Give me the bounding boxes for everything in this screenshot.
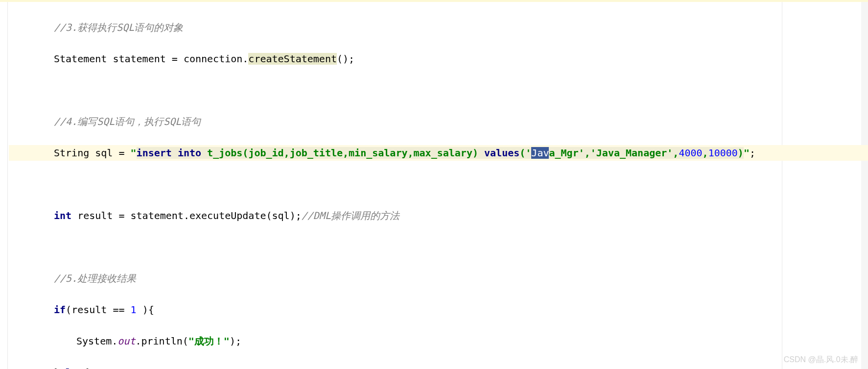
selected-text: Jav [531, 147, 549, 159]
code-string: " [131, 147, 137, 159]
code-string: " [744, 147, 750, 159]
code-comment: //5.处理接收结果 [54, 272, 136, 284]
code-string: Java_Manager [596, 147, 667, 159]
code-text: (result == [66, 304, 130, 316]
code-comment: //4.编写SQL语句，执行SQL语句 [54, 116, 201, 127]
code-field: out [117, 335, 135, 347]
code-keyword: int [54, 210, 71, 221]
code-string: ',' [579, 147, 596, 159]
code-string: (' [519, 147, 531, 159]
code-string: ', [667, 147, 679, 159]
code-text: System. [76, 335, 117, 347]
code-text: ; [750, 147, 755, 159]
code-comment: //DML操作调用的方法 [302, 210, 399, 221]
code-text: ){ [137, 304, 154, 316]
code-number: 4000 [679, 147, 702, 159]
code-comment: //3.获得执行SQL语句的对象 [54, 22, 183, 33]
code-string: t_jobs(job_id,job_title,min_salary,max_s… [201, 147, 484, 159]
code-keyword: insert into [137, 147, 201, 159]
code-method-call: createStatement [248, 53, 337, 65]
code-text: Statement statement = connection. [54, 53, 248, 65]
code-editor[interactable]: //3.获得执行SQL语句的对象 Statement statement = c… [0, 2, 868, 369]
code-number: 10000 [708, 147, 738, 159]
code-string: a_Mgr [549, 147, 578, 159]
code-text: String sql = [54, 147, 131, 159]
code-text: (); [337, 53, 354, 65]
code-string: ) [738, 147, 744, 159]
code-text: ); [230, 335, 241, 347]
code-text: { [83, 367, 89, 369]
code-string: "成功！" [188, 335, 230, 347]
code-text: .println( [135, 335, 188, 347]
code-text: } [54, 367, 60, 369]
watermark: CSDN @晶.风.0未.醉 [784, 355, 858, 365]
code-number: 1 [131, 304, 137, 316]
code-keyword: if [54, 304, 66, 316]
code-string: , [703, 147, 708, 159]
code-keyword: else [60, 367, 83, 369]
code-text: result = statement.executeUpdate(sql); [71, 210, 302, 221]
code-keyword: values [484, 147, 519, 159]
